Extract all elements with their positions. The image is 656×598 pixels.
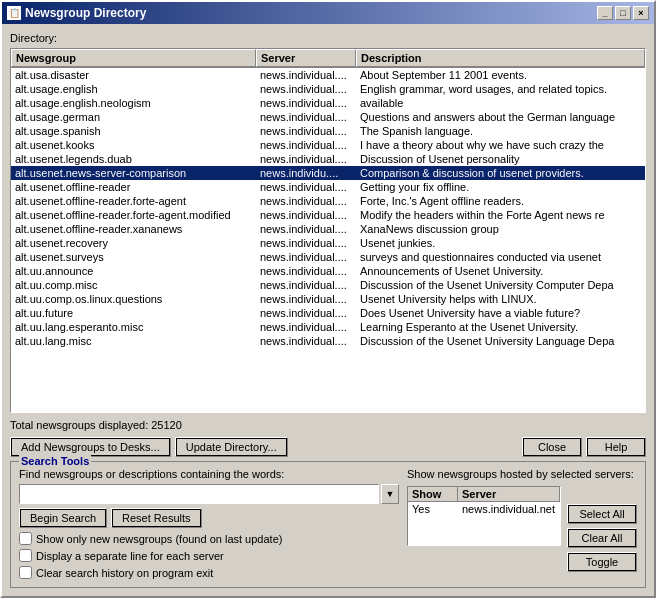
td-description: Announcements of Usenet University. xyxy=(356,264,645,278)
td-newsgroup: alt.usenet.offline-reader xyxy=(11,180,256,194)
checkbox-new-newsgroups-input[interactable] xyxy=(19,532,32,545)
action-button-row: Add Newsgroups to Desks... Update Direct… xyxy=(10,437,646,457)
td-newsgroup: alt.uu.comp.misc xyxy=(11,278,256,292)
td-server: news.individual.... xyxy=(256,250,356,264)
table-row[interactable]: alt.usenet.offline-reader.xananews news.… xyxy=(11,222,645,236)
checkbox-clear-history-input[interactable] xyxy=(19,566,32,579)
clear-all-button[interactable]: Clear All xyxy=(567,528,637,548)
td-newsgroup: alt.uu.lang.misc xyxy=(11,334,256,348)
search-input-row: ▼ xyxy=(19,484,399,504)
td-description: XanaNews discussion group xyxy=(356,222,645,236)
table-row[interactable]: alt.usenet.surveys news.individual.... s… xyxy=(11,250,645,264)
server-td-server: news.individual.net xyxy=(458,502,560,516)
search-tools-group: Search Tools Find newsgroups or descript… xyxy=(10,461,646,588)
table-row[interactable]: alt.usage.german news.individual.... Que… xyxy=(11,110,645,124)
table-row[interactable]: alt.uu.announce news.individual.... Anno… xyxy=(11,264,645,278)
table-row[interactable]: alt.usenet.offline-reader.forte-agent.mo… xyxy=(11,208,645,222)
reset-results-button[interactable]: Reset Results xyxy=(111,508,201,528)
table-row[interactable]: alt.usenet.news-server-comparison news.i… xyxy=(11,166,645,180)
status-bar: Total newsgroups displayed: 25120 xyxy=(10,417,646,433)
search-tools-inner: Find newsgroups or descriptions containi… xyxy=(19,468,637,579)
checkbox-separate-line-input[interactable] xyxy=(19,549,32,562)
toggle-button[interactable]: Toggle xyxy=(567,552,637,572)
add-newsgroups-button[interactable]: Add Newsgroups to Desks... xyxy=(10,437,171,457)
td-server: news.individual.... xyxy=(256,82,356,96)
find-label: Find newsgroups or descriptions containi… xyxy=(19,468,399,480)
td-description: available xyxy=(356,96,645,110)
td-server: news.individual.... xyxy=(256,124,356,138)
content-area: Directory: Newsgroup Server Description … xyxy=(2,24,654,596)
server-table-wrapper: Show Server Yes news.individual.net xyxy=(407,486,561,572)
right-buttons: Close Help xyxy=(522,437,646,457)
window-icon: 📋 xyxy=(7,6,21,20)
td-server: news.individual.... xyxy=(256,68,356,82)
td-server: news.individu.... xyxy=(256,166,356,180)
server-section: Show Server Yes news.individual.net Sele… xyxy=(407,486,637,572)
td-description: Getting your fix offline. xyxy=(356,180,645,194)
table-row[interactable]: alt.usenet.offline-reader news.individua… xyxy=(11,180,645,194)
td-server: news.individual.... xyxy=(256,264,356,278)
table-row[interactable]: alt.usage.english news.individual.... En… xyxy=(11,82,645,96)
table-row[interactable]: alt.usa.disaster news.individual.... Abo… xyxy=(11,68,645,82)
checkbox-separate-line-label: Display a separate line for each server xyxy=(36,550,224,562)
table-body[interactable]: alt.usa.disaster news.individual.... Abo… xyxy=(11,68,645,412)
server-col-show: Show xyxy=(408,487,458,501)
col-server: Server xyxy=(256,49,356,67)
table-row[interactable]: alt.uu.lang.misc news.individual.... Dis… xyxy=(11,334,645,348)
table-row[interactable]: alt.usage.english.neologism news.individ… xyxy=(11,96,645,110)
checkbox-separate-line: Display a separate line for each server xyxy=(19,549,399,562)
table-row[interactable]: alt.usenet.offline-reader.forte-agent ne… xyxy=(11,194,645,208)
search-buttons: Begin Search Reset Results xyxy=(19,508,399,528)
td-newsgroup: alt.usenet.surveys xyxy=(11,250,256,264)
td-description: Discussion of Usenet personality xyxy=(356,152,645,166)
search-tools-title: Search Tools xyxy=(19,455,91,467)
td-server: news.individual.... xyxy=(256,180,356,194)
table-row[interactable]: alt.uu.future news.individual.... Does U… xyxy=(11,306,645,320)
search-dropdown-button[interactable]: ▼ xyxy=(381,484,399,504)
server-td-show: Yes xyxy=(408,502,458,516)
td-server: news.individual.... xyxy=(256,138,356,152)
table-row[interactable]: alt.usage.spanish news.individual.... Th… xyxy=(11,124,645,138)
td-server: news.individual.... xyxy=(256,236,356,250)
newsgroup-table-container: Newsgroup Server Description alt.usa.dis… xyxy=(10,48,646,413)
td-newsgroup: alt.usage.english xyxy=(11,82,256,96)
table-row[interactable]: alt.usenet.recovery news.individual.... … xyxy=(11,236,645,250)
td-server: news.individual.... xyxy=(256,292,356,306)
td-description: About September 11 2001 events. xyxy=(356,68,645,82)
begin-search-button[interactable]: Begin Search xyxy=(19,508,107,528)
td-newsgroup: alt.uu.comp.os.linux.questions xyxy=(11,292,256,306)
server-table-body[interactable]: Yes news.individual.net xyxy=(408,502,560,516)
table-row[interactable]: alt.usenet.kooks news.individual.... I h… xyxy=(11,138,645,152)
td-description: Does Usenet University have a viable fut… xyxy=(356,306,645,320)
td-description: I have a theory about why we have such c… xyxy=(356,138,645,152)
td-description: surveys and questionnaires conducted via… xyxy=(356,250,645,264)
td-description: Questions and answers about the German l… xyxy=(356,110,645,124)
checkbox-clear-history-label: Clear search history on program exit xyxy=(36,567,213,579)
td-description: English grammar, word usages, and relate… xyxy=(356,82,645,96)
td-server: news.individual.... xyxy=(256,222,356,236)
table-row[interactable]: alt.usenet.legends.duab news.individual.… xyxy=(11,152,645,166)
update-directory-button[interactable]: Update Directory... xyxy=(175,437,288,457)
minimize-button[interactable]: _ xyxy=(597,6,613,20)
total-newsgroups-label: Total newsgroups displayed: 25120 xyxy=(10,419,182,431)
table-row[interactable]: alt.uu.lang.esperanto.misc news.individu… xyxy=(11,320,645,334)
td-newsgroup: alt.uu.lang.esperanto.misc xyxy=(11,320,256,334)
search-input[interactable] xyxy=(19,484,379,504)
search-left: Find newsgroups or descriptions containi… xyxy=(19,468,399,579)
td-server: news.individual.... xyxy=(256,278,356,292)
close-window-button[interactable]: × xyxy=(633,6,649,20)
col-newsgroup: Newsgroup xyxy=(11,49,256,67)
td-newsgroup: alt.usenet.offline-reader.forte-agent.mo… xyxy=(11,208,256,222)
maximize-button[interactable]: □ xyxy=(615,6,631,20)
table-row[interactable]: alt.uu.comp.os.linux.questions news.indi… xyxy=(11,292,645,306)
help-button[interactable]: Help xyxy=(586,437,646,457)
td-newsgroup: alt.usage.spanish xyxy=(11,124,256,138)
select-all-button[interactable]: Select All xyxy=(567,504,637,524)
close-button[interactable]: Close xyxy=(522,437,582,457)
td-description: Modify the headers within the Forte Agen… xyxy=(356,208,645,222)
server-row[interactable]: Yes news.individual.net xyxy=(408,502,560,516)
td-newsgroup: alt.usenet.news-server-comparison xyxy=(11,166,256,180)
td-server: news.individual.... xyxy=(256,110,356,124)
td-description: Usenet University helps with LINUX. xyxy=(356,292,645,306)
table-row[interactable]: alt.uu.comp.misc news.individual.... Dis… xyxy=(11,278,645,292)
